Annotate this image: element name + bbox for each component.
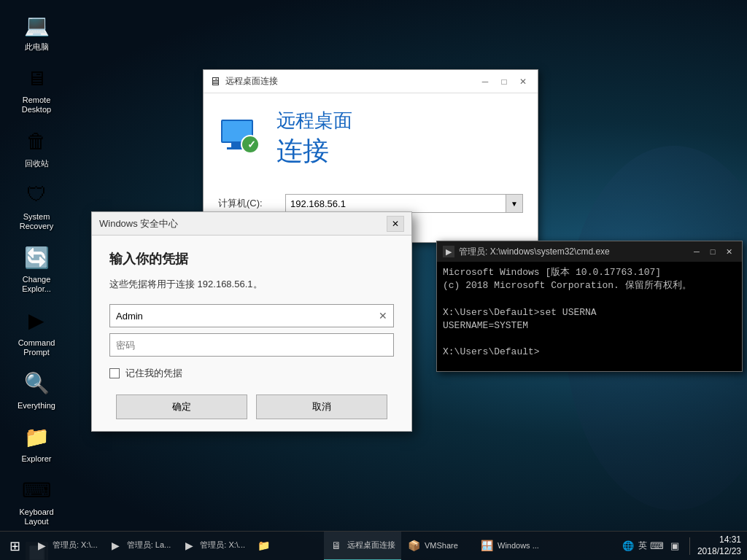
taskbar-tray: 🌐 英 ⌨ ▣ xyxy=(621,539,682,553)
cmd-body: Microsoft Windows [版本 10.0.17763.107] (c… xyxy=(437,262,742,371)
desktop-icon-my-computer[interactable]: 💻 此电脑 xyxy=(7,7,66,55)
rdp-window-controls: ─ □ ✕ xyxy=(476,74,532,89)
desktop-icon-change-explorer[interactable]: 🔄 Change Explor... xyxy=(7,240,66,297)
taskbar-date: 2018/12/23 xyxy=(697,546,741,558)
cmd-minimize-button[interactable]: ─ xyxy=(689,245,704,258)
vmshare-taskbar-icon: 📦 xyxy=(407,539,420,552)
taskbar-item-cmd1[interactable]: ▶ 管理员: X:\... xyxy=(29,532,104,561)
cmd3-taskbar-label: 管理员: X:\... xyxy=(200,540,245,551)
rdp-subtitle-text: 连接 xyxy=(276,133,352,169)
taskbar-item-cmd2[interactable]: ▶ 管理员: La... xyxy=(104,532,177,561)
recycle-bin-icon: 🗑 xyxy=(22,127,51,156)
cmd-close-button[interactable]: ✕ xyxy=(721,245,736,258)
cmd-line-4: X:\Users\Default>set USERNA xyxy=(443,306,736,319)
security-password-wrapper xyxy=(109,333,394,357)
rdp-tb-taskbar-icon: 🖥 xyxy=(330,539,343,552)
rdp-window-title: 远程桌面连接 xyxy=(225,75,278,88)
taskbar-item-cmd3[interactable]: ▶ 管理员: X:\... xyxy=(177,532,251,561)
security-buttons: 确定 取消 xyxy=(109,394,394,419)
recycle-bin-label: 回收站 xyxy=(25,159,49,168)
remote-desktop-icon: 🖥 xyxy=(22,63,51,93)
explorer-label: Explorer xyxy=(22,454,52,464)
change-explorer-icon: 🔄 xyxy=(22,243,51,272)
cmd-title-icon: ▶ xyxy=(443,246,454,257)
security-info: 这些凭据将用于连接 192.168.56.1。 xyxy=(109,278,394,291)
rdp-input-wrapper: ▼ xyxy=(285,194,523,213)
security-close-button[interactable]: ✕ xyxy=(387,216,404,232)
desktop-icon-command-prompt[interactable]: ▶ Command Prompt xyxy=(7,303,66,360)
change-explorer-label: Change Explor... xyxy=(10,275,63,294)
everything-label: Everything xyxy=(18,401,55,411)
explorer-icon: 📁 xyxy=(22,422,51,451)
taskbar-item-vmshare[interactable]: 📦 VMShare xyxy=(401,532,474,561)
taskbar-divider xyxy=(689,537,690,555)
rdp-tb-taskbar-label: 远程桌面连接 xyxy=(347,540,395,551)
svg-text:✓: ✓ xyxy=(247,139,256,150)
taskbar-items: ▶ 管理员: X:\... ▶ 管理员: La... ▶ 管理员: X:\...… xyxy=(29,532,615,561)
desktop-icon-everything[interactable]: 🔍 Everything xyxy=(7,366,66,413)
tray-language-indicator[interactable]: 英 xyxy=(638,540,647,552)
rdp-header-icon: ✓ xyxy=(218,115,265,162)
cmd-line-3 xyxy=(443,292,736,306)
security-heading: 输入你的凭据 xyxy=(109,250,394,268)
security-dialog: Windows 安全中心 ✕ 输入你的凭据 这些凭据将用于连接 192.168.… xyxy=(91,211,412,432)
cmd-maximize-button[interactable]: □ xyxy=(705,245,720,258)
security-remember-label: 记住我的凭据 xyxy=(125,367,182,380)
rdp-header: ✓ 远程桌面 连接 xyxy=(218,108,523,169)
rdp-titlebar: 🖥 远程桌面连接 ─ □ ✕ xyxy=(204,70,538,93)
system-recovery-icon: 🛡 xyxy=(22,180,51,209)
rdp-computer-label: 计算机(C): xyxy=(218,197,276,210)
security-remember-checkbox[interactable] xyxy=(109,368,120,378)
tray-network-icon[interactable]: 🌐 xyxy=(621,539,635,553)
start-button[interactable]: ⊞ xyxy=(0,532,29,561)
rdp-header-text: 远程桌面 连接 xyxy=(276,108,352,169)
desktop-icon-remote-desktop[interactable]: 🖥 Remote Desktop xyxy=(7,61,66,117)
taskbar-item-explorer-tb[interactable]: 📁 xyxy=(251,532,324,561)
tray-action-center-icon[interactable]: ▣ xyxy=(667,539,682,553)
remote-desktop-label: Remote Desktop xyxy=(10,96,63,114)
rdp-computer-input[interactable] xyxy=(285,194,523,213)
security-remember-row: 记住我的凭据 xyxy=(109,367,394,380)
desktop-icons-container: 💻 此电脑 🖥 Remote Desktop 🗑 回收站 🛡 System Re… xyxy=(7,7,66,560)
security-username-wrapper: ✕ xyxy=(109,304,394,327)
my-computer-icon: 💻 xyxy=(22,10,51,39)
cmd-line-2: (c) 2018 Microsoft Corporation. 保留所有权利。 xyxy=(443,279,736,292)
security-body: 输入你的凭据 这些凭据将用于连接 192.168.56.1。 ✕ 记住我的凭据 … xyxy=(92,236,411,431)
tray-keyboard-icon[interactable]: ⌨ xyxy=(650,539,665,553)
taskbar-clock: 14:31 2018/12/23 xyxy=(697,534,741,557)
command-prompt-label: Command Prompt xyxy=(10,338,63,357)
command-prompt-icon: ▶ xyxy=(22,306,51,335)
cmd-line-5: USERNAME=SYSTEM xyxy=(443,319,736,332)
rdp-minimize-button[interactable]: ─ xyxy=(476,74,494,89)
cmd-controls: ─ □ ✕ xyxy=(689,245,736,258)
taskbar-item-windows[interactable]: 🪟 Windows ... xyxy=(474,532,547,561)
rdp-close-button[interactable]: ✕ xyxy=(514,74,532,89)
desktop-icon-explorer[interactable]: 📁 Explorer xyxy=(7,419,66,467)
cmd-window: ▶ 管理员: X:\windows\system32\cmd.exe ─ □ ✕… xyxy=(436,241,743,372)
rdp-title-icon: 🖥 xyxy=(209,75,221,88)
security-username-input[interactable] xyxy=(109,304,394,327)
security-cancel-button[interactable]: 取消 xyxy=(256,394,387,419)
security-clear-button[interactable]: ✕ xyxy=(375,308,391,324)
cmd1-taskbar-icon: ▶ xyxy=(35,539,48,552)
explorer-tb-taskbar-icon: 📁 xyxy=(257,539,270,552)
keyboard-layout-icon: ⌨ xyxy=(22,475,51,505)
windows-taskbar-icon: 🪟 xyxy=(480,539,493,552)
cmd-line-1: Microsoft Windows [版本 10.0.17763.107] xyxy=(443,266,736,279)
security-titlebar: Windows 安全中心 ✕ xyxy=(92,212,411,236)
taskbar-right: 🌐 英 ⌨ ▣ 14:31 2018/12/23 xyxy=(615,534,747,557)
security-ok-button[interactable]: 确定 xyxy=(116,394,247,419)
rdp-dropdown-arrow[interactable]: ▼ xyxy=(506,194,523,213)
my-computer-label: 此电脑 xyxy=(25,42,49,52)
desktop-icon-recycle-bin[interactable]: 🗑 回收站 xyxy=(7,124,66,171)
security-password-input[interactable] xyxy=(109,333,394,357)
rdp-titlebar-left: 🖥 远程桌面连接 xyxy=(209,75,278,88)
desktop: 💻 此电脑 🖥 Remote Desktop 🗑 回收站 🛡 System Re… xyxy=(0,0,747,560)
desktop-icon-system-recovery[interactable]: 🛡 System Recovery xyxy=(7,177,66,234)
cmd3-taskbar-icon: ▶ xyxy=(182,539,196,552)
desktop-icon-keyboard-layout[interactable]: ⌨ Keyboard Layout xyxy=(7,472,66,529)
cmd-line-6 xyxy=(443,332,736,346)
rdp-maximize-button[interactable]: □ xyxy=(495,74,513,89)
taskbar-item-rdp-tb[interactable]: 🖥 远程桌面连接 xyxy=(324,532,401,561)
vmshare-taskbar-label: VMShare xyxy=(425,541,458,550)
